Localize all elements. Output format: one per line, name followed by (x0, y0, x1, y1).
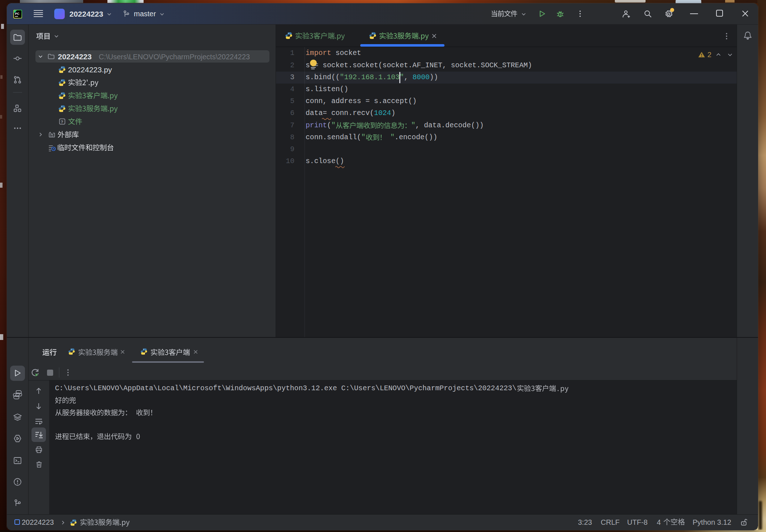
svg-text:?: ? (61, 120, 63, 124)
svg-text:PC: PC (15, 12, 20, 16)
